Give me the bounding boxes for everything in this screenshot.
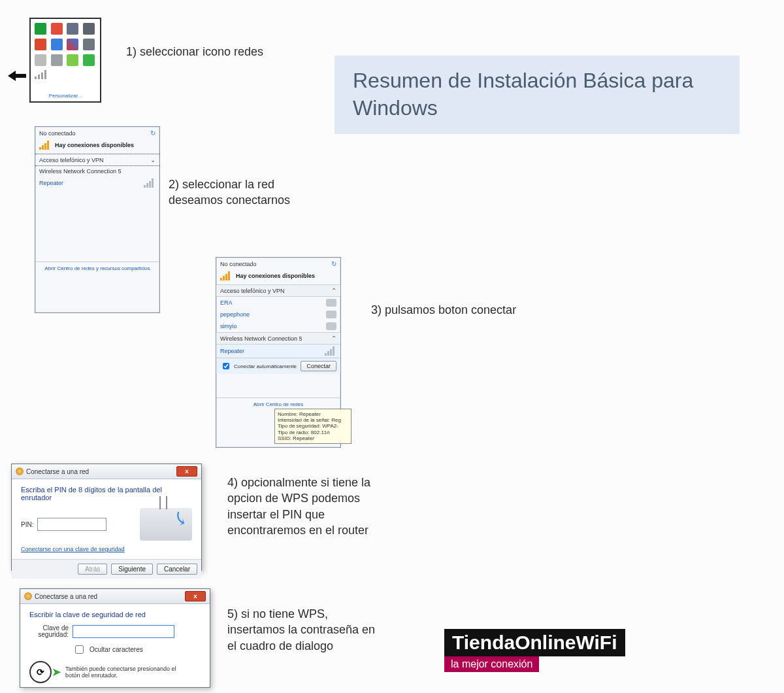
vpn-item[interactable]: pepephone: [216, 309, 340, 320]
back-button: Atrás: [78, 564, 107, 575]
close-button[interactable]: ×: [176, 466, 197, 477]
arrow-icon: ➤: [52, 665, 61, 679]
network-name: pepephone: [220, 311, 250, 318]
step4-caption: 4) opcionalmente si tiene la opcion de W…: [227, 475, 378, 538]
security-key-link[interactable]: Conectarse con una clave de seguridad: [21, 546, 192, 552]
vpn-item[interactable]: ERA: [216, 297, 340, 309]
pointer-arrow-icon: [8, 71, 26, 81]
pin-input[interactable]: [37, 518, 106, 531]
avail-label: Hay conexiones disponibles: [55, 142, 134, 148]
network-flyout: No conectado ↻ Hay conexiones disponible…: [35, 126, 160, 313]
network-name: simyio: [220, 323, 237, 330]
connect-row: Conectar automáticamente Conectar: [216, 358, 340, 374]
avail-label: Hay conexiones disponibles: [236, 273, 315, 279]
wps-hint: También puede conectarse presionando el …: [65, 666, 176, 679]
step2-caption: 2) seleccionar la red deseamos conectarn…: [169, 177, 312, 209]
chevron-up-icon: ⌃: [331, 287, 336, 294]
network-name: Repeater: [220, 348, 244, 354]
tray-icon[interactable]: [83, 39, 95, 50]
logo-title: TiendaOnlineWiFi: [444, 629, 625, 656]
tray-icon[interactable]: [83, 23, 95, 35]
signal-icon: [220, 271, 232, 280]
close-button[interactable]: ×: [185, 591, 206, 601]
signal-icon: [325, 346, 336, 356]
tray-icon[interactable]: [35, 39, 46, 50]
tooltip-line: Tipo de radio: 802.11n: [278, 430, 348, 435]
hide-chars-checkbox[interactable]: [75, 645, 84, 654]
step5-caption: 5) si no tiene WPS, insertamos la contra…: [227, 606, 378, 654]
modem-icon: [326, 322, 336, 330]
tray-icon[interactable]: [67, 54, 78, 66]
wps-icon: ⟳: [29, 661, 52, 683]
tooltip-line: Intensidad de la señal: Reg: [278, 417, 348, 423]
pin-label: PIN:: [21, 521, 33, 528]
refresh-icon[interactable]: ↻: [150, 129, 155, 137]
section-label: Wireless Network Connection 5: [39, 168, 122, 175]
network-icon[interactable]: [35, 70, 46, 79]
modem-icon: [326, 299, 336, 307]
network-item-repeater-selected[interactable]: Repeater: [216, 345, 340, 358]
modem-icon: [326, 311, 336, 318]
next-button[interactable]: Siguiente: [111, 564, 153, 575]
tray-icon[interactable]: [51, 39, 63, 50]
refresh-icon[interactable]: ↻: [331, 260, 336, 267]
auto-connect-label: Conectar automáticamente: [234, 363, 297, 369]
dialog-instruction: Escribir la clave de seguridad de red: [29, 611, 201, 618]
section-label: Acceso telefónico y VPN: [220, 288, 285, 294]
brand-logo: TiendaOnlineWiFi la mejor conexión: [444, 629, 625, 672]
dialup-section[interactable]: Acceso telefónico y VPN ⌄: [35, 154, 159, 166]
tray-icon[interactable]: [51, 54, 63, 66]
status-label: No conectado: [220, 261, 257, 267]
tray-icon[interactable]: [67, 39, 78, 50]
open-network-center-link[interactable]: Abrir Centro de redes y recursos compart…: [35, 262, 159, 275]
signal-icon: [39, 141, 51, 150]
tray-icon[interactable]: [35, 54, 46, 66]
security-key-input[interactable]: [73, 625, 174, 638]
dialup-section[interactable]: Acceso telefónico y VPN ⌃: [216, 284, 340, 297]
section-label: Acceso telefónico y VPN: [39, 157, 104, 163]
systray-panel: Personalizar...: [29, 18, 101, 103]
dialog-title: Conectarse a una red: [26, 468, 89, 475]
tray-icon[interactable]: [51, 23, 63, 35]
tooltip-line: SSID: Repeater: [278, 435, 348, 441]
tray-icon[interactable]: [67, 23, 78, 35]
signal-icon: [144, 178, 155, 188]
hide-chars-label: Ocultar caracteres: [90, 646, 143, 653]
tooltip-line: Tipo de seguridad: WPA2-: [278, 423, 348, 429]
wps-pin-dialog: Conectarse a una red × Escriba el PIN de…: [11, 464, 202, 571]
tray-icon[interactable]: [35, 23, 46, 35]
vpn-item[interactable]: simyio: [216, 320, 340, 332]
key-label: Clave de seguridad:: [29, 625, 69, 638]
dialog-icon: [16, 467, 24, 475]
step1-caption: 1) seleccionar icono redes: [126, 44, 263, 59]
tooltip-line: Nombre: Repeater: [278, 411, 348, 417]
chevron-down-icon: ⌄: [150, 156, 155, 163]
section-label: Wireless Network Connection 5: [220, 335, 302, 342]
password-dialog: Conectarse a una red × Escribir la clave…: [20, 588, 210, 688]
logo-tagline: la mejor conexión: [444, 656, 539, 672]
chevron-up-icon: ⌃: [331, 335, 336, 342]
network-name: ERA: [220, 299, 233, 306]
step3-caption: 3) pulsamos boton conectar: [371, 302, 516, 318]
network-tooltip: Nombre: Repeater Intensidad de la señal:…: [274, 409, 351, 444]
page-title: Resumen de Instalación Básica para Windo…: [335, 56, 740, 134]
network-name: Repeater: [39, 180, 63, 186]
dialog-title: Conectarse a una red: [35, 593, 97, 600]
auto-connect-checkbox[interactable]: [223, 363, 229, 369]
tray-icon[interactable]: [83, 54, 95, 66]
wireless-section[interactable]: Wireless Network Connection 5: [35, 166, 159, 177]
status-label: No conectado: [39, 130, 76, 137]
connect-button[interactable]: Conectar: [301, 361, 336, 371]
cancel-button[interactable]: Cancelar: [157, 564, 197, 575]
wireless-section[interactable]: Wireless Network Connection 5 ⌃: [216, 332, 340, 345]
dialog-icon: [24, 592, 32, 600]
network-item-repeater[interactable]: Repeater: [35, 177, 159, 190]
customize-link[interactable]: Personalizar...: [31, 93, 100, 99]
